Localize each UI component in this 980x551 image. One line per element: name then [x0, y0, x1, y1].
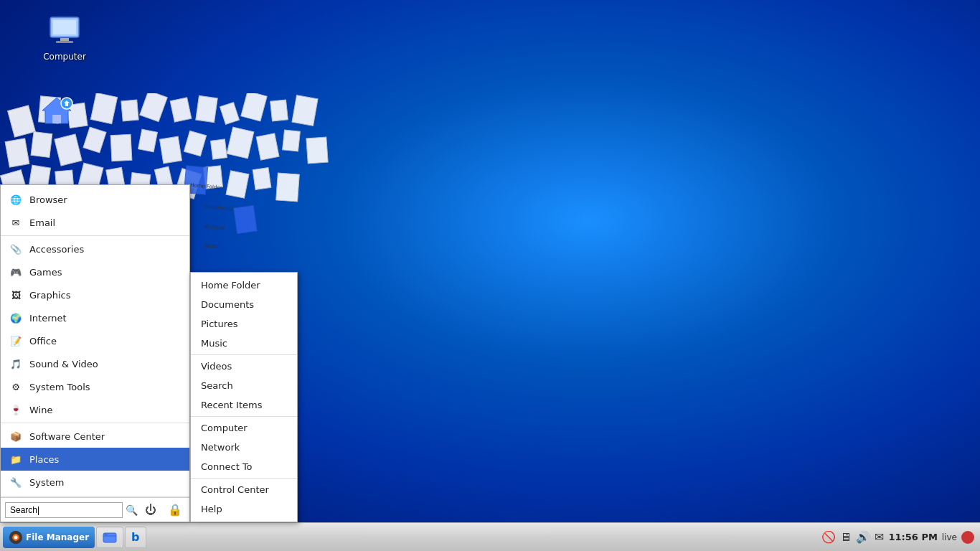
- gnomenu-button[interactable]: File Manager: [3, 527, 95, 548]
- user-label: live: [942, 532, 957, 542]
- svg-point-74: [14, 535, 18, 539]
- accessories-icon: 📎: [8, 241, 24, 257]
- taskbar-app-bing[interactable]: b: [125, 527, 146, 548]
- sub-item-documents[interactable]: Documents: [191, 295, 297, 314]
- taskbar-left: File Manager b: [0, 527, 149, 548]
- sub-separator-2: [191, 416, 297, 417]
- browser-icon: 🌐: [8, 192, 24, 207]
- monitor-tray-icon[interactable]: 🖥: [840, 530, 852, 544]
- menu-item-browser[interactable]: 🌐 Browser: [1, 188, 189, 211]
- menu-item-wine[interactable]: 🍷 Wine: [1, 398, 189, 421]
- system-tools-icon: ⚙: [8, 379, 24, 395]
- power-button[interactable]: ⏻: [141, 501, 161, 518]
- filemanager-icon: [103, 530, 117, 545]
- home-folder-desktop-icon[interactable]: [39, 93, 74, 128]
- internet-icon: 🌍: [8, 310, 24, 326]
- wine-icon: 🍷: [8, 402, 24, 418]
- clock-display: 11:56 PM: [888, 532, 937, 542]
- sub-item-music[interactable]: Music: [191, 334, 297, 353]
- sub-item-network[interactable]: Network: [191, 438, 297, 457]
- menu-item-sound-video[interactable]: 🎵 Sound & Video: [1, 352, 189, 375]
- desktop-icon-computer[interactable]: Computer: [36, 14, 93, 62]
- sub-menu-places: Home Folder Documents Pictures Music Vid…: [190, 272, 298, 522]
- software-center-icon: 📦: [8, 428, 24, 444]
- menu-search-bar: 🔍 ⏻ 🔒 +: [1, 497, 189, 522]
- menu-panel: 🌐 Browser ✉ Email 📎 Accessories 🎮 Games …: [0, 184, 190, 522]
- games-icon: 🎮: [8, 264, 24, 280]
- email-icon: ✉: [8, 215, 24, 230]
- sub-item-recent-items[interactable]: Recent Items: [191, 395, 297, 415]
- menu-item-places[interactable]: 📁 Places: [1, 448, 189, 471]
- mail-tray-icon[interactable]: ✉: [875, 530, 884, 544]
- system-icon: 🔧: [8, 474, 24, 490]
- office-icon: 📝: [8, 333, 24, 349]
- menu-item-graphics[interactable]: 🖼 Graphics: [1, 283, 189, 306]
- lock-button[interactable]: 🔒: [164, 501, 187, 518]
- svg-rect-4: [53, 20, 76, 34]
- menu-item-software-center[interactable]: 📦 Software Center: [1, 425, 189, 448]
- sub-item-control-center[interactable]: Control Center: [191, 480, 297, 499]
- sub-item-search[interactable]: Search: [191, 376, 297, 395]
- menu-separator-1: [1, 235, 189, 236]
- sub-separator-3: [191, 478, 297, 479]
- sound-video-icon: 🎵: [8, 356, 24, 372]
- power-tray-button[interactable]: [961, 531, 974, 544]
- gnomenu-label: File Manager: [26, 532, 89, 542]
- menu-item-system-tools[interactable]: ⚙ System Tools: [1, 375, 189, 398]
- gnome-logo-icon: [9, 530, 23, 545]
- places-icon: 📁: [8, 451, 24, 467]
- svg-rect-5: [52, 115, 61, 123]
- volume-tray-icon[interactable]: 🔊: [856, 530, 870, 544]
- sub-item-computer[interactable]: Computer: [191, 418, 297, 438]
- bing-logo: b: [131, 530, 139, 544]
- sub-separator: [191, 354, 297, 355]
- menu-item-internet[interactable]: 🌍 Internet: [1, 306, 189, 329]
- menu-apps-list: 🌐 Browser ✉ Email 📎 Accessories 🎮 Games …: [1, 185, 189, 497]
- svg-rect-2: [60, 38, 69, 41]
- computer-label: Computer: [43, 52, 86, 62]
- search-input[interactable]: [5, 502, 123, 518]
- menu-item-games[interactable]: 🎮 Games: [1, 260, 189, 283]
- taskbar-right: 🚫 🖥 🔊 ✉ 11:56 PM live: [816, 530, 980, 544]
- svg-rect-3: [56, 41, 73, 43]
- search-button[interactable]: 🔍: [126, 504, 138, 516]
- sub-item-connect-to[interactable]: Connect To: [191, 457, 297, 476]
- graphics-icon: 🖼: [8, 287, 24, 303]
- menu-item-accessories[interactable]: 📎 Accessories: [1, 237, 189, 260]
- menu-item-office[interactable]: 📝 Office: [1, 329, 189, 352]
- menu-separator-2: [1, 423, 189, 423]
- sub-item-pictures[interactable]: Pictures: [191, 314, 297, 334]
- menu-item-email[interactable]: ✉ Email: [1, 211, 189, 234]
- block-tray-icon[interactable]: 🚫: [821, 530, 836, 544]
- menu-item-system[interactable]: 🔧 System: [1, 471, 189, 494]
- taskbar-app-filemanager[interactable]: [96, 527, 123, 548]
- sub-item-help[interactable]: Help: [191, 499, 297, 519]
- sub-item-videos[interactable]: Videos: [191, 357, 297, 376]
- sub-item-home-folder[interactable]: Home Folder: [191, 276, 297, 295]
- taskbar: File Manager b 🚫 🖥 🔊 ✉ 11:56 PM live: [0, 522, 980, 551]
